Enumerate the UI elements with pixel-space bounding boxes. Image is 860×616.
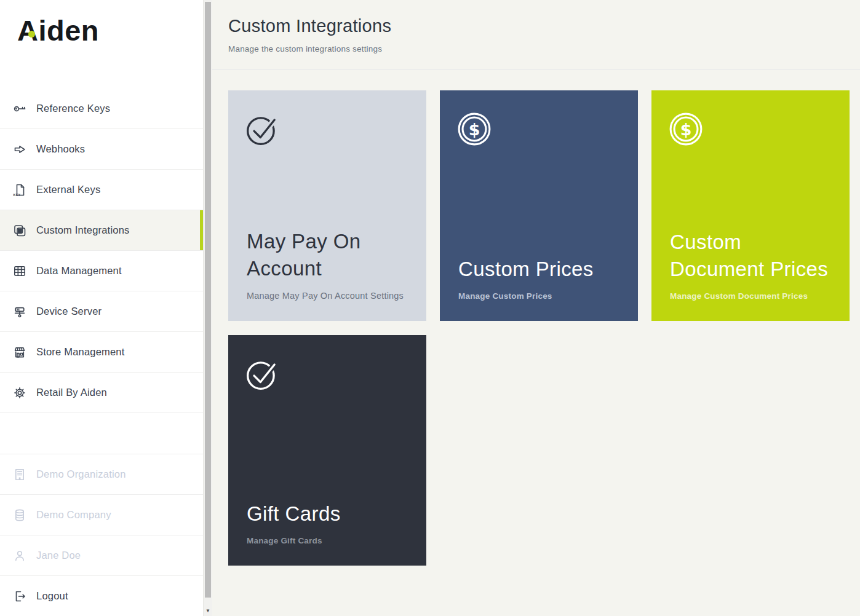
logo-row: Aiden [0, 0, 203, 89]
scrollbar-thumb[interactable] [205, 2, 211, 598]
document-key-icon: KEY [12, 183, 27, 197]
building-icon [12, 467, 27, 482]
sidebar-item-label: Webhooks [36, 143, 85, 155]
card-subtitle: Manage May Pay On Account Settings [247, 291, 408, 301]
aiden-logo: Aiden [17, 14, 99, 47]
page-title: Custom Integrations [228, 16, 860, 36]
card-title: May Pay On Account [247, 228, 408, 282]
card-gift-cards[interactable]: Gift Cards Manage Gift Cards [228, 335, 426, 566]
sidebar-item-label: Demo Organization [36, 468, 126, 480]
arrow-right-icon [12, 142, 27, 157]
user-icon [12, 548, 27, 563]
logo-letter: A [17, 14, 38, 47]
dollar-symbol: $ [680, 120, 692, 139]
sidebar-item-logout[interactable]: Logout [0, 575, 203, 616]
table-icon [12, 264, 27, 278]
sidebar-scrollbar[interactable]: ▼ [203, 0, 212, 616]
card-subtitle: Manage Custom Prices [458, 291, 619, 301]
sidebar-item-label: Retail By Aiden [36, 387, 107, 398]
sidebar-item-retail-by-aiden[interactable]: Retail By Aiden [0, 373, 203, 413]
sidebar-item-reference-keys[interactable]: Reference Keys [0, 89, 203, 129]
sidebar-item-label: Custom Integrations [36, 224, 129, 236]
page-header: Custom Integrations Manage the custom in… [212, 0, 860, 69]
sidebar-item-store-management[interactable]: Store Management [0, 332, 203, 373]
scrollbar-down-arrow[interactable]: ▼ [204, 608, 212, 614]
card-subtitle: Manage Gift Cards [247, 536, 408, 545]
sidebar-nav: Reference Keys Webhooks KEY External Key… [0, 89, 203, 413]
check-circle-icon [245, 356, 281, 392]
card-custom-prices[interactable]: $ Custom Prices Manage Custom Prices [440, 90, 638, 321]
sidebar-item-webhooks[interactable]: Webhooks [0, 129, 203, 170]
logo-rest: iden [38, 14, 99, 47]
sidebar: Aiden Reference Keys Webhooks KEY Extern… [0, 0, 203, 616]
key-icon [12, 101, 27, 116]
sidebar-item-external-keys[interactable]: KEY External Keys [0, 170, 203, 210]
card-custom-document-prices[interactable]: $ Custom Document Prices Manage Custom D… [651, 90, 850, 321]
sidebar-item-device-server[interactable]: Device Server [0, 291, 203, 332]
sidebar-item-label: Logout [36, 590, 68, 602]
dollar-symbol: $ [469, 120, 480, 139]
card-title: Gift Cards [247, 500, 408, 527]
check-circle-icon [245, 111, 281, 147]
sidebar-item-label: Jane Doe [36, 550, 81, 561]
logo-dot-icon [28, 31, 35, 38]
sidebar-item-demo-organization[interactable]: Demo Organization [0, 454, 203, 494]
sidebar-item-data-management[interactable]: Data Management [0, 251, 203, 291]
dollar-circle-icon: $ [668, 111, 704, 147]
sidebar-item-label: Reference Keys [36, 103, 110, 114]
integration-cards-grid: May Pay On Account Manage May Pay On Acc… [228, 90, 860, 566]
card-subtitle: Manage Custom Document Prices [670, 291, 831, 301]
sidebar-item-label: Demo Company [36, 509, 111, 521]
store-icon [12, 345, 27, 360]
sidebar-item-label: External Keys [36, 184, 100, 195]
server-icon [12, 304, 27, 319]
sidebar-item-demo-company[interactable]: Demo Company [0, 494, 203, 535]
card-may-pay-on-account[interactable]: May Pay On Account Manage May Pay On Acc… [228, 90, 426, 321]
dollar-circle-icon: $ [456, 111, 492, 147]
sidebar-item-label: Store Management [36, 346, 125, 358]
main-content: Custom Integrations Manage the custom in… [212, 0, 860, 616]
gear-icon [12, 385, 27, 400]
key-label: KEY [14, 193, 21, 197]
sidebar-footer: Demo Organization Demo Company Jane Doe … [0, 454, 203, 616]
overlapping-squares-icon [12, 223, 27, 238]
sidebar-item-label: Data Management [36, 265, 122, 277]
sidebar-item-jane-doe[interactable]: Jane Doe [0, 535, 203, 575]
sidebar-item-custom-integrations[interactable]: Custom Integrations [0, 210, 203, 251]
page-subtitle: Manage the custom integrations settings [228, 44, 860, 53]
card-title: Custom Document Prices [670, 229, 831, 283]
sidebar-item-label: Device Server [36, 306, 102, 317]
logout-icon [12, 589, 27, 604]
database-icon [12, 508, 27, 523]
card-title: Custom Prices [458, 256, 619, 283]
